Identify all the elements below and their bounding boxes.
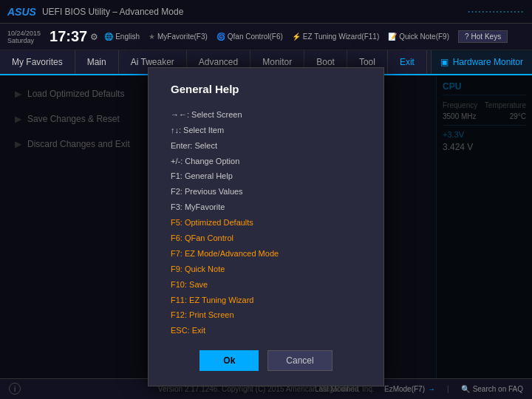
info-shortcuts: 🌐 English ★ MyFavorite(F3) 🌀 Qfan Contro… [104,30,508,43]
ez-mode-item[interactable]: EzMode(F7) → [384,385,435,393]
shortcut-quick-note[interactable]: 📝 Quick Note(F9) [388,30,449,43]
date-display: 10/24/2015 Saturday [7,30,41,44]
modal-line-6: F3: MyFavorite [171,200,361,215]
main-content: ▶ Load Optimized Defaults ▶ Save Changes… [0,75,532,378]
modal-line-14: ESC: Exit [171,323,361,338]
modal-line-10: F9: Quick Note [171,262,361,277]
qfan-icon: 🌀 [216,33,225,41]
modal-line-5: F2: Previous Values [171,184,361,200]
modal-line-1: ↑↓: Select Item [171,123,361,138]
general-help-modal: General Help →←: Select Screen↑↓: Select… [148,67,384,386]
search-label: Search on FAQ [473,385,523,393]
nav-exit[interactable]: Exit [388,50,427,74]
circuit-decoration: •••••••••••••••• [468,8,525,15]
modal-line-3: +/-: Change Option [171,154,361,169]
modal-line-12: F11: EZ Tuning Wizard [171,293,361,308]
shortcut-ez-tuning[interactable]: ⚡ EZ Tuning Wizard(F11) [292,30,379,43]
modal-line-8: F6: QFan Control [171,231,361,246]
modal-line-4: F1: General Help [171,168,361,184]
modal-line-0: →←: Select Screen [171,107,361,123]
favorite-icon: ★ [149,33,155,41]
hot-keys-button[interactable]: ? Hot Keys [458,30,508,43]
shortcut-myfavorite[interactable]: ★ MyFavorite(F3) [149,30,208,43]
cancel-button[interactable]: Cancel [267,350,332,371]
language-icon: 🌐 [104,33,113,41]
hot-keys-icon: ? [465,33,469,41]
search-faq-item[interactable]: 🔍 Search on FAQ [461,385,523,393]
search-icon: 🔍 [461,385,470,393]
modal-line-2: Enter: Select [171,138,361,154]
quick-note-icon: 📝 [388,33,397,41]
time-gear-icon[interactable]: ⚙ [90,32,98,42]
asus-logo: ASUS [7,6,36,18]
ok-button[interactable]: Ok [200,350,259,371]
info-bar: 10/24/2015 Saturday 17:37 ⚙ 🌐 English ★ … [0,24,532,50]
info-icon[interactable]: i [9,383,21,395]
time-display: 17:37 [50,28,87,45]
ez-mode-label: EzMode(F7) [384,385,425,393]
modal-line-9: F7: EZ Mode/Advanced Mode [171,246,361,262]
modal-title: General Help [171,83,361,95]
top-bar: ASUS UEFI BIOS Utility – Advanced Mode •… [0,0,532,24]
shortcut-language[interactable]: 🌐 English [104,30,140,43]
shortcut-qfan[interactable]: 🌀 Qfan Control(F6) [216,30,283,43]
hardware-monitor-icon: ▣ [440,57,449,67]
ez-tuning-icon: ⚡ [292,33,301,41]
modal-content: →←: Select Screen↑↓: Select ItemEnter: S… [171,107,361,338]
modal-buttons: Ok Cancel [171,350,361,371]
modal-overlay: General Help →←: Select Screen↑↓: Select… [0,75,532,378]
modal-line-11: F10: Save [171,277,361,293]
divider-2: | [447,385,449,393]
nav-my-favorites[interactable]: My Favorites [0,50,75,74]
nav-main[interactable]: Main [75,50,119,74]
bios-title: UEFI BIOS Utility – Advanced Mode [42,7,183,17]
modal-line-7: F5: Optimized Defaults [171,215,361,231]
modal-line-13: F12: Print Screen [171,307,361,323]
ez-mode-arrow-icon: → [428,385,435,393]
nav-hardware-monitor[interactable]: ▣ Hardware Monitor [431,50,532,74]
